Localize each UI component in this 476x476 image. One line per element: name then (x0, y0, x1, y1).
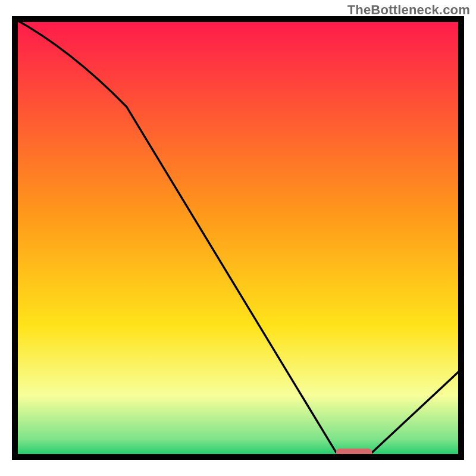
attribution-label: TheBottleneck.com (347, 2, 470, 18)
plot-area (15, 19, 461, 457)
chart-container: TheBottleneck.com (0, 0, 476, 476)
plot-background (15, 19, 461, 457)
bottleneck-chart (0, 0, 476, 476)
